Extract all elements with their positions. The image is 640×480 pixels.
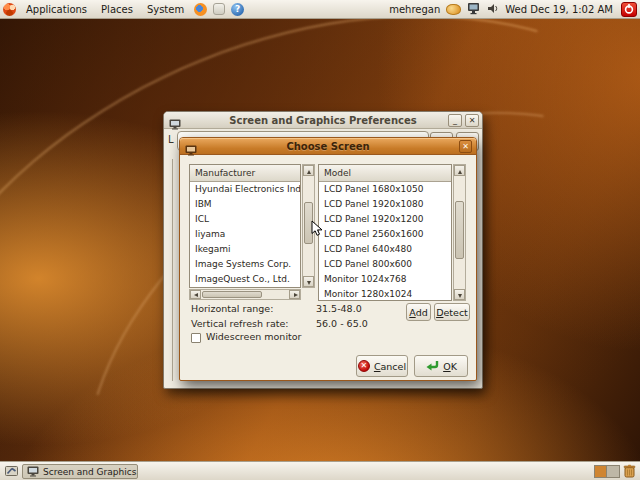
trash-icon[interactable] xyxy=(623,464,636,480)
vertical-refresh-label: Vertical refresh rate: xyxy=(191,318,289,329)
widescreen-checkbox-label[interactable]: Widescreen monitor xyxy=(206,331,301,342)
ok-button[interactable]: OK xyxy=(414,355,468,377)
taskbar-window-label: Screen and Graphics... xyxy=(43,467,138,477)
user-switcher-icon[interactable] xyxy=(446,4,461,15)
display-tray-icon[interactable] xyxy=(467,2,480,17)
list-item[interactable]: Image Systems Corp. xyxy=(190,257,300,272)
user-switcher-name[interactable]: mehregan xyxy=(386,4,443,15)
workspace-2[interactable] xyxy=(607,466,619,477)
quit-button[interactable] xyxy=(621,2,637,17)
close-icon[interactable]: ✕ xyxy=(459,140,472,153)
horizontal-range-value: 31.5-48.0 xyxy=(316,303,362,314)
list-item[interactable]: LCD Panel 1920x1200 xyxy=(319,212,451,227)
model-vertical-scrollbar[interactable] xyxy=(453,164,466,301)
scroll-down-icon[interactable] xyxy=(303,276,314,287)
panel-menu-item[interactable]: Applications xyxy=(19,0,94,19)
model-column-header[interactable]: Model xyxy=(319,165,451,182)
scrollbar-thumb[interactable] xyxy=(202,291,262,298)
vertical-refresh-value: 56.0 - 65.0 xyxy=(316,318,368,329)
help-icon[interactable]: ? xyxy=(231,3,244,16)
panel-menu-item[interactable]: System xyxy=(140,0,191,19)
clock[interactable]: Wed Dec 19, 1:02 AM xyxy=(502,4,616,15)
minimize-button[interactable]: _ xyxy=(448,114,462,127)
firefox-icon[interactable] xyxy=(194,3,207,16)
widescreen-checkbox[interactable] xyxy=(191,333,201,343)
top-panel: ApplicationsPlacesSystem ? mehregan Wed … xyxy=(0,0,640,19)
model-list[interactable]: Model LCD Panel 1680x1050LCD Panel 1920x… xyxy=(318,164,452,301)
model-rows: LCD Panel 1680x1050LCD Panel 1920x1080LC… xyxy=(319,182,451,302)
list-item[interactable]: Hyundai Electronics Industri xyxy=(190,182,300,197)
manufacturer-column-header[interactable]: Manufacturer xyxy=(190,165,300,182)
horizontal-range-label: Horizontal range: xyxy=(191,303,273,314)
manufacturer-rows: Hyundai Electronics IndustriIBMICLIiyama… xyxy=(190,182,300,287)
close-button[interactable]: ✕ xyxy=(465,114,479,127)
monitor-icon xyxy=(27,466,39,477)
panel-menu-item[interactable]: Places xyxy=(94,0,140,19)
scroll-up-icon[interactable] xyxy=(454,165,465,176)
workspace-1[interactable] xyxy=(595,466,607,477)
monitor-icon xyxy=(185,141,197,160)
list-item[interactable]: ICL xyxy=(190,212,300,227)
manufacturer-horizontal-scrollbar[interactable] xyxy=(189,289,301,300)
choose-screen-dialog: Choose Screen ✕ Manufacturer Hyundai Ele… xyxy=(179,137,477,381)
ok-enter-arrow-icon xyxy=(425,360,439,372)
cancel-button[interactable]: ✕ Cancel xyxy=(356,355,408,377)
menu-list: ApplicationsPlacesSystem xyxy=(19,0,191,19)
list-item[interactable]: LCD Panel 1920x1080 xyxy=(319,197,451,212)
launcher-icon[interactable] xyxy=(213,3,225,15)
volume-icon[interactable] xyxy=(486,2,499,17)
list-item[interactable]: Monitor 1024x768 xyxy=(319,272,451,287)
list-item[interactable]: Iiyama xyxy=(190,227,300,242)
dialog-titlebar[interactable]: Choose Screen ✕ xyxy=(180,138,476,155)
list-item[interactable]: LCD Panel 640x480 xyxy=(319,242,451,257)
mouse-cursor xyxy=(311,220,324,237)
manufacturer-list[interactable]: Manufacturer Hyundai Electronics Industr… xyxy=(189,164,301,288)
taskbar-window-button[interactable]: Screen and Graphics... xyxy=(22,464,138,479)
add-button[interactable]: Add xyxy=(406,303,431,321)
list-item[interactable]: LCD Panel 1680x1050 xyxy=(319,182,451,197)
outer-window-titlebar[interactable]: Screen and Graphics Preferences _ ✕ xyxy=(164,112,482,129)
list-item[interactable]: Monitor 1280x1024 xyxy=(319,287,451,302)
outer-window-title: Screen and Graphics Preferences xyxy=(229,115,416,126)
detect-button[interactable]: Detect xyxy=(434,303,470,321)
show-desktop-icon[interactable] xyxy=(3,464,19,479)
list-item[interactable]: Ikegami xyxy=(190,242,300,257)
scroll-down-icon[interactable] xyxy=(454,289,465,300)
scroll-left-icon[interactable] xyxy=(190,290,201,299)
clipped-location-label: L xyxy=(168,134,174,145)
list-item[interactable]: LCD Panel 800x600 xyxy=(319,257,451,272)
list-item[interactable]: LCD Panel 2560x1600 xyxy=(319,227,451,242)
dialog-title: Choose Screen xyxy=(286,141,369,152)
list-item[interactable]: IBM xyxy=(190,197,300,212)
scroll-right-icon[interactable] xyxy=(289,290,300,299)
workspace-switcher[interactable] xyxy=(594,465,620,478)
ubuntu-logo-icon[interactable] xyxy=(3,3,16,16)
bottom-panel: Screen and Graphics... xyxy=(0,461,640,480)
desktop: ApplicationsPlacesSystem ? mehregan Wed … xyxy=(0,0,640,480)
scrollbar-thumb[interactable] xyxy=(455,201,464,259)
scroll-up-icon[interactable] xyxy=(303,165,314,176)
cancel-icon: ✕ xyxy=(358,360,370,372)
list-item[interactable]: ImageQuest Co., Ltd. xyxy=(190,272,300,287)
